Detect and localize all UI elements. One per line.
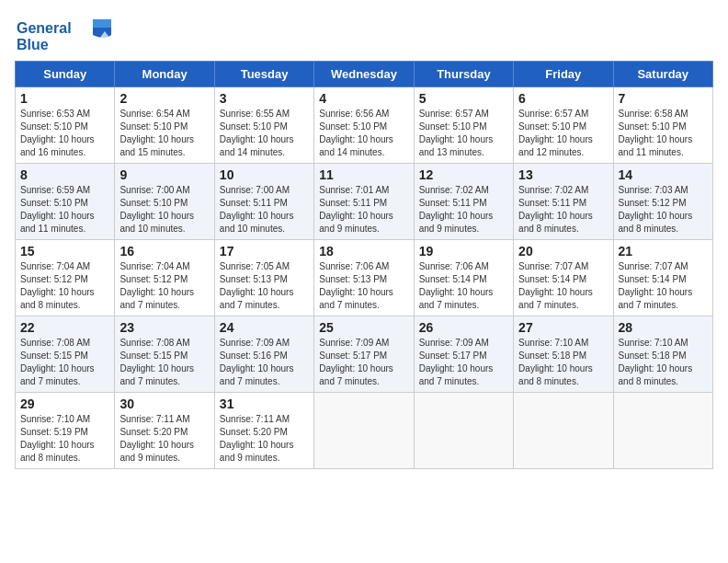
- day-info: Sunrise: 7:09 AM Sunset: 5:16 PM Dayligh…: [220, 337, 309, 388]
- calendar-cell: 27Sunrise: 7:10 AM Sunset: 5:18 PM Dayli…: [514, 316, 613, 393]
- title-section: [116, 53, 713, 55]
- day-info: Sunrise: 6:55 AM Sunset: 5:10 PM Dayligh…: [220, 108, 309, 159]
- day-info: Sunrise: 7:11 AM Sunset: 5:20 PM Dayligh…: [119, 413, 209, 465]
- calendar-cell: 2Sunrise: 6:54 AM Sunset: 5:10 PM Daylig…: [115, 87, 214, 164]
- day-number: 9: [119, 167, 209, 182]
- day-number: 14: [619, 167, 708, 182]
- calendar-cell: 24Sunrise: 7:09 AM Sunset: 5:16 PM Dayli…: [214, 316, 313, 393]
- day-info: Sunrise: 6:53 AM Sunset: 5:10 PM Dayligh…: [20, 108, 109, 159]
- day-info: Sunrise: 7:02 AM Sunset: 5:11 PM Dayligh…: [518, 184, 608, 236]
- calendar-cell: 13Sunrise: 7:02 AM Sunset: 5:11 PM Dayli…: [514, 164, 613, 240]
- week-row: 15Sunrise: 7:04 AM Sunset: 5:12 PM Dayli…: [16, 240, 713, 316]
- week-row: 1Sunrise: 6:53 AM Sunset: 5:10 PM Daylig…: [16, 87, 713, 164]
- calendar-cell: 7Sunrise: 6:58 AM Sunset: 5:10 PM Daylig…: [613, 87, 712, 164]
- day-info: Sunrise: 6:54 AM Sunset: 5:10 PM Dayligh…: [119, 108, 209, 159]
- day-number: 19: [419, 244, 508, 259]
- day-number: 27: [518, 320, 608, 335]
- calendar-cell: 21Sunrise: 7:07 AM Sunset: 5:14 PM Dayli…: [613, 240, 712, 316]
- calendar-cell: 4Sunrise: 6:56 AM Sunset: 5:10 PM Daylig…: [314, 87, 414, 164]
- calendar-cell: 10Sunrise: 7:00 AM Sunset: 5:11 PM Dayli…: [214, 164, 313, 240]
- day-number: 15: [20, 244, 109, 259]
- calendar-cell: 8Sunrise: 6:59 AM Sunset: 5:10 PM Daylig…: [16, 164, 115, 240]
- day-info: Sunrise: 7:09 AM Sunset: 5:17 PM Dayligh…: [319, 337, 408, 388]
- day-info: Sunrise: 7:02 AM Sunset: 5:11 PM Dayligh…: [419, 184, 508, 236]
- day-number: 4: [319, 91, 408, 106]
- calendar-table: SundayMondayTuesdayWednesdayThursdayFrid…: [15, 61, 713, 469]
- day-number: 17: [220, 244, 309, 259]
- day-number: 24: [220, 320, 309, 335]
- svg-text:General: General: [17, 20, 72, 36]
- calendar-cell: 18Sunrise: 7:06 AM Sunset: 5:13 PM Dayli…: [314, 240, 414, 316]
- day-number: 2: [119, 91, 209, 106]
- calendar-cell: 31Sunrise: 7:11 AM Sunset: 5:20 PM Dayli…: [214, 393, 313, 469]
- day-number: 12: [419, 167, 508, 182]
- day-info: Sunrise: 7:11 AM Sunset: 5:20 PM Dayligh…: [220, 413, 309, 465]
- column-header-wednesday: Wednesday: [314, 62, 414, 87]
- day-number: 28: [619, 320, 708, 335]
- calendar-cell: 11Sunrise: 7:01 AM Sunset: 5:11 PM Dayli…: [314, 164, 414, 240]
- day-number: 23: [119, 320, 209, 335]
- day-info: Sunrise: 6:58 AM Sunset: 5:10 PM Dayligh…: [619, 108, 708, 159]
- calendar-cell: 14Sunrise: 7:03 AM Sunset: 5:12 PM Dayli…: [613, 164, 712, 240]
- day-info: Sunrise: 6:56 AM Sunset: 5:10 PM Dayligh…: [319, 108, 408, 159]
- calendar-cell: [514, 393, 613, 469]
- column-header-sunday: Sunday: [16, 62, 115, 87]
- day-number: 7: [619, 91, 708, 106]
- day-info: Sunrise: 7:06 AM Sunset: 5:14 PM Dayligh…: [419, 260, 508, 312]
- day-info: Sunrise: 7:08 AM Sunset: 5:15 PM Dayligh…: [119, 337, 209, 388]
- day-info: Sunrise: 7:06 AM Sunset: 5:13 PM Dayligh…: [319, 260, 408, 312]
- day-number: 5: [419, 91, 508, 106]
- day-info: Sunrise: 7:03 AM Sunset: 5:12 PM Dayligh…: [619, 184, 708, 236]
- day-number: 8: [20, 167, 109, 182]
- day-number: 21: [619, 244, 708, 259]
- column-header-friday: Friday: [514, 62, 613, 87]
- header-row: SundayMondayTuesdayWednesdayThursdayFrid…: [16, 62, 713, 87]
- calendar-cell: 9Sunrise: 7:00 AM Sunset: 5:10 PM Daylig…: [115, 164, 214, 240]
- day-info: Sunrise: 7:07 AM Sunset: 5:14 PM Dayligh…: [518, 260, 608, 312]
- week-row: 8Sunrise: 6:59 AM Sunset: 5:10 PM Daylig…: [16, 164, 713, 240]
- day-number: 1: [20, 91, 109, 106]
- day-info: Sunrise: 7:07 AM Sunset: 5:14 PM Dayligh…: [619, 260, 708, 312]
- day-number: 18: [319, 244, 408, 259]
- week-row: 22Sunrise: 7:08 AM Sunset: 5:15 PM Dayli…: [16, 316, 713, 393]
- calendar-cell: 19Sunrise: 7:06 AM Sunset: 5:14 PM Dayli…: [414, 240, 513, 316]
- day-number: 13: [518, 167, 608, 182]
- day-info: Sunrise: 6:57 AM Sunset: 5:10 PM Dayligh…: [419, 108, 508, 159]
- day-info: Sunrise: 7:10 AM Sunset: 5:18 PM Dayligh…: [518, 337, 608, 388]
- day-info: Sunrise: 7:10 AM Sunset: 5:19 PM Dayligh…: [20, 413, 109, 465]
- calendar-cell: [613, 393, 712, 469]
- day-number: 25: [319, 320, 408, 335]
- column-header-saturday: Saturday: [613, 62, 712, 87]
- column-header-tuesday: Tuesday: [214, 62, 313, 87]
- calendar-cell: 17Sunrise: 7:05 AM Sunset: 5:13 PM Dayli…: [214, 240, 313, 316]
- day-info: Sunrise: 7:10 AM Sunset: 5:18 PM Dayligh…: [619, 337, 708, 388]
- day-number: 16: [119, 244, 209, 259]
- day-info: Sunrise: 7:00 AM Sunset: 5:11 PM Dayligh…: [220, 184, 309, 236]
- day-number: 30: [119, 396, 209, 411]
- day-info: Sunrise: 7:00 AM Sunset: 5:10 PM Dayligh…: [119, 184, 209, 236]
- day-number: 10: [220, 167, 309, 182]
- calendar-cell: 15Sunrise: 7:04 AM Sunset: 5:12 PM Dayli…: [16, 240, 115, 316]
- calendar-cell: [414, 393, 513, 469]
- day-info: Sunrise: 6:59 AM Sunset: 5:10 PM Dayligh…: [20, 184, 109, 236]
- day-number: 11: [319, 167, 408, 182]
- column-header-thursday: Thursday: [414, 62, 513, 87]
- day-info: Sunrise: 7:01 AM Sunset: 5:11 PM Dayligh…: [319, 184, 408, 236]
- calendar-cell: 16Sunrise: 7:04 AM Sunset: 5:12 PM Dayli…: [115, 240, 214, 316]
- day-number: 26: [419, 320, 508, 335]
- day-info: Sunrise: 7:09 AM Sunset: 5:17 PM Dayligh…: [419, 337, 508, 388]
- calendar-cell: 29Sunrise: 7:10 AM Sunset: 5:19 PM Dayli…: [16, 393, 115, 469]
- day-number: 3: [220, 91, 309, 106]
- calendar-cell: 23Sunrise: 7:08 AM Sunset: 5:15 PM Dayli…: [115, 316, 214, 393]
- week-row: 29Sunrise: 7:10 AM Sunset: 5:19 PM Dayli…: [16, 393, 713, 469]
- day-number: 31: [220, 396, 309, 411]
- calendar-cell: 20Sunrise: 7:07 AM Sunset: 5:14 PM Dayli…: [514, 240, 613, 316]
- day-info: Sunrise: 7:08 AM Sunset: 5:15 PM Dayligh…: [20, 337, 109, 388]
- svg-text:Blue: Blue: [17, 37, 49, 52]
- calendar-cell: 25Sunrise: 7:09 AM Sunset: 5:17 PM Dayli…: [314, 316, 414, 393]
- column-header-monday: Monday: [115, 62, 214, 87]
- calendar-cell: 22Sunrise: 7:08 AM Sunset: 5:15 PM Dayli…: [16, 316, 115, 393]
- calendar-cell: 28Sunrise: 7:10 AM Sunset: 5:18 PM Dayli…: [613, 316, 712, 393]
- day-info: Sunrise: 7:05 AM Sunset: 5:13 PM Dayligh…: [220, 260, 309, 312]
- day-info: Sunrise: 6:57 AM Sunset: 5:10 PM Dayligh…: [518, 108, 608, 159]
